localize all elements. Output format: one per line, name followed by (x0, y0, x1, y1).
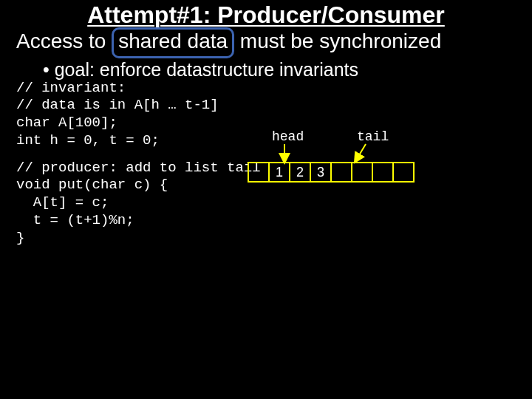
buffer-diagram: head tail 1 2 3 (248, 129, 440, 181)
cell-3: 3 (310, 162, 332, 183)
cell-6 (372, 162, 394, 183)
cell-0 (248, 162, 270, 183)
cell-7 (392, 162, 415, 183)
slide-title: Attempt#1: Producer/Consumer (0, 0, 532, 29)
slide: Attempt#1: Producer/Consumer Access to s… (0, 0, 532, 399)
shared-data-highlight: shared data (112, 27, 234, 58)
head-label: head (272, 129, 304, 144)
slide-subtitle: Access to shared data must be synchroniz… (0, 29, 532, 58)
subtitle-pre: Access to (16, 30, 106, 52)
bullet-goal: goal: enforce datastructure invariants (0, 60, 532, 81)
subtitle-post: must be synchronized (240, 30, 441, 52)
cell-1: 1 (268, 162, 290, 183)
cell-2: 2 (289, 162, 311, 183)
tail-label: tail (357, 129, 389, 144)
buffer-cells: 1 2 3 (248, 162, 440, 183)
cell-5 (351, 162, 373, 183)
cell-4 (330, 162, 352, 183)
